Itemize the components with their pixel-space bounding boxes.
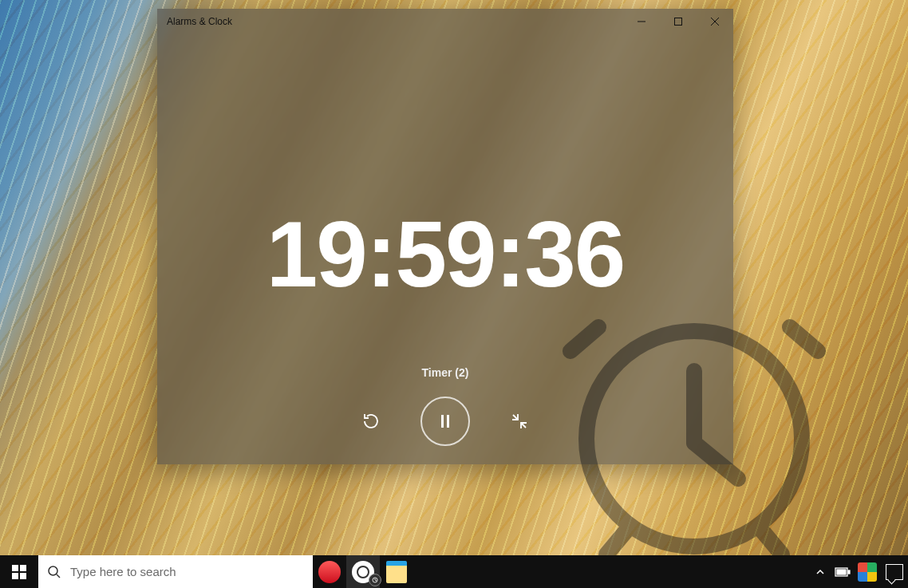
- svg-rect-5: [447, 415, 449, 428]
- tray-action-center[interactable]: [884, 564, 905, 580]
- maximize-button[interactable]: [660, 9, 697, 34]
- minimize-icon: [638, 18, 645, 26]
- collapse-icon: [511, 412, 528, 430]
- taskbar-app-opera[interactable]: [313, 555, 346, 588]
- taskbar-search[interactable]: Type here to search: [38, 555, 313, 588]
- start-button[interactable]: [0, 555, 38, 588]
- pause-icon: [439, 414, 452, 428]
- search-icon: [38, 565, 70, 579]
- file-explorer-icon: [386, 561, 407, 583]
- system-tray: [812, 564, 908, 580]
- search-placeholder: Type here to search: [70, 565, 176, 578]
- svg-rect-14: [20, 565, 26, 571]
- svg-rect-4: [441, 415, 444, 428]
- battery-icon: [835, 567, 851, 577]
- opera-icon: [318, 561, 341, 583]
- svg-rect-15: [12, 573, 18, 579]
- timer-time-display: 19:59:36: [157, 208, 733, 301]
- svg-line-21: [375, 580, 377, 581]
- pause-button[interactable]: [420, 397, 470, 446]
- close-button[interactable]: [697, 9, 733, 34]
- svg-line-7: [521, 423, 526, 428]
- window-title: Alarms & Clock: [157, 16, 232, 27]
- chevron-up-icon: [815, 567, 825, 577]
- taskbar-app-yandex[interactable]: [346, 555, 380, 588]
- taskbar: Type here to search: [0, 555, 908, 588]
- action-center-icon: [886, 564, 903, 580]
- windows-logo-icon: [12, 565, 26, 579]
- svg-rect-16: [20, 573, 26, 579]
- desktop-background: Alarms & Clock 19:59:36 Timer (2): [0, 0, 908, 588]
- maximize-icon: [674, 18, 682, 26]
- reset-button[interactable]: [358, 408, 384, 434]
- alarms-clock-window: Alarms & Clock 19:59:36 Timer (2): [157, 9, 733, 464]
- timer-controls: [157, 397, 733, 446]
- svg-line-11: [606, 531, 626, 554]
- minimize-button[interactable]: [623, 9, 660, 34]
- svg-rect-24: [837, 570, 846, 574]
- close-icon: [711, 18, 719, 26]
- timer-name-label: Timer (2): [157, 366, 733, 379]
- svg-rect-13: [12, 565, 18, 571]
- tray-expand-button[interactable]: [812, 564, 828, 580]
- reset-icon: [361, 412, 381, 431]
- svg-line-12: [762, 531, 782, 554]
- window-titlebar[interactable]: Alarms & Clock: [157, 9, 733, 34]
- tray-battery[interactable]: [835, 564, 851, 580]
- collapse-button[interactable]: [507, 408, 532, 434]
- taskbar-app-file-explorer[interactable]: [380, 555, 413, 588]
- svg-line-18: [57, 574, 60, 578]
- svg-rect-1: [675, 18, 682, 26]
- tray-updates[interactable]: [857, 564, 878, 580]
- puzzle-icon: [858, 562, 877, 582]
- svg-point-17: [49, 566, 57, 575]
- svg-rect-23: [848, 570, 850, 574]
- svg-line-6: [513, 415, 518, 420]
